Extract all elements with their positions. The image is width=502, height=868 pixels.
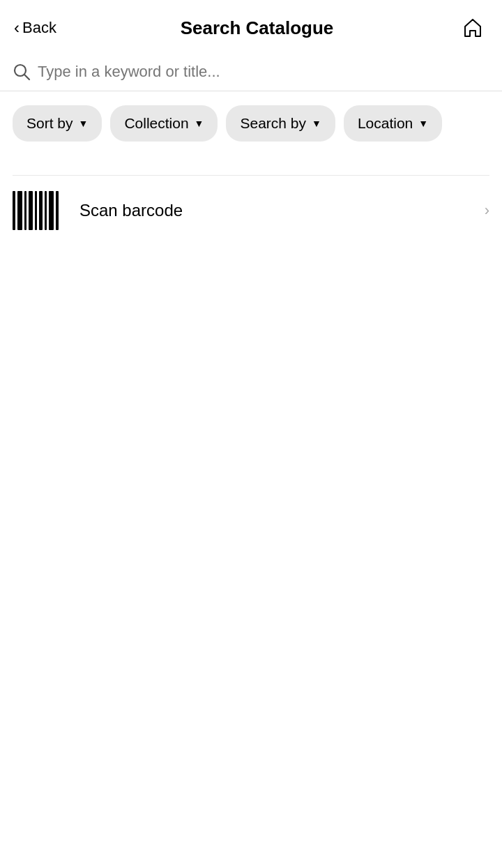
svg-line-1 (24, 75, 29, 79)
scan-barcode-label: Scan barcode (79, 201, 485, 220)
barcode-icon (13, 191, 68, 230)
scan-barcode-section: Scan barcode › (13, 175, 489, 245)
chevron-left-icon: ‹ (14, 20, 20, 36)
sort-by-button[interactable]: Sort by ▼ (13, 105, 102, 142)
page-title: Search Catalogue (56, 17, 457, 39)
chevron-right-icon: › (485, 201, 489, 220)
sort-by-dropdown-icon: ▼ (79, 118, 89, 129)
filter-row: Sort by ▼ Collection ▼ Search by ▼ Locat… (0, 91, 502, 147)
collection-dropdown-icon: ▼ (195, 118, 204, 129)
location-button[interactable]: Location ▼ (344, 105, 442, 142)
search-by-label: Search by (240, 115, 306, 132)
scan-barcode-row[interactable]: Scan barcode › (13, 176, 489, 245)
location-dropdown-icon: ▼ (418, 118, 428, 129)
search-bar (13, 56, 489, 91)
search-bar-container (0, 53, 502, 91)
home-button[interactable] (457, 13, 488, 43)
back-label: Back (22, 19, 56, 37)
location-label: Location (358, 115, 413, 132)
collection-button[interactable]: Collection ▼ (110, 105, 218, 142)
search-by-button[interactable]: Search by ▼ (226, 105, 335, 142)
back-button[interactable]: ‹ Back (14, 19, 56, 37)
sort-by-label: Sort by (26, 115, 73, 132)
header: ‹ Back Search Catalogue (0, 0, 502, 53)
home-icon (462, 17, 484, 39)
search-input[interactable] (38, 63, 489, 81)
search-by-dropdown-icon: ▼ (312, 118, 321, 129)
collection-label: Collection (124, 115, 188, 132)
search-icon (13, 63, 31, 81)
